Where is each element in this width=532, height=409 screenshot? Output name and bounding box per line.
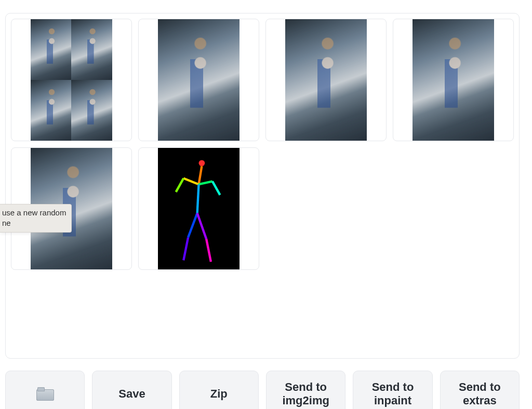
gallery-image xyxy=(31,19,112,141)
folder-icon xyxy=(36,387,54,401)
send-to-inpaint-button[interactable]: Send to inpaint xyxy=(353,371,432,409)
svg-line-5 xyxy=(212,181,220,195)
svg-line-7 xyxy=(188,213,197,238)
gallery-image xyxy=(158,148,240,269)
openpose-skeleton-icon xyxy=(158,148,240,269)
zip-button[interactable]: Zip xyxy=(179,371,259,409)
tooltip-text: use a new random xyxy=(2,208,66,217)
svg-point-0 xyxy=(198,160,205,166)
svg-line-10 xyxy=(206,239,211,262)
gallery-thumb[interactable] xyxy=(393,19,514,141)
gallery-image xyxy=(158,19,240,141)
seed-tooltip-fragment: use a new random ne xyxy=(0,204,72,233)
gallery-thumb[interactable] xyxy=(138,19,259,141)
output-action-bar: Save Zip Send to img2img Send to inpaint… xyxy=(5,371,520,409)
svg-line-2 xyxy=(183,179,198,185)
svg-line-9 xyxy=(197,213,207,239)
send-to-img2img-button[interactable]: Send to img2img xyxy=(266,371,345,409)
output-gallery-grid xyxy=(11,19,514,270)
send-to-extras-button[interactable]: Send to extras xyxy=(440,371,520,409)
gallery-thumb[interactable] xyxy=(265,19,387,141)
output-gallery-panel xyxy=(5,13,520,359)
svg-line-3 xyxy=(176,179,184,192)
svg-line-8 xyxy=(183,238,188,261)
open-folder-button[interactable] xyxy=(5,371,85,409)
svg-line-1 xyxy=(198,166,202,184)
save-button[interactable]: Save xyxy=(92,371,171,409)
gallery-thumb[interactable] xyxy=(11,19,132,141)
gallery-image xyxy=(285,19,367,141)
gallery-image xyxy=(413,19,494,141)
tooltip-text: ne xyxy=(2,219,11,227)
gallery-thumb[interactable] xyxy=(138,147,259,270)
svg-line-6 xyxy=(197,184,199,213)
svg-line-4 xyxy=(198,181,212,184)
